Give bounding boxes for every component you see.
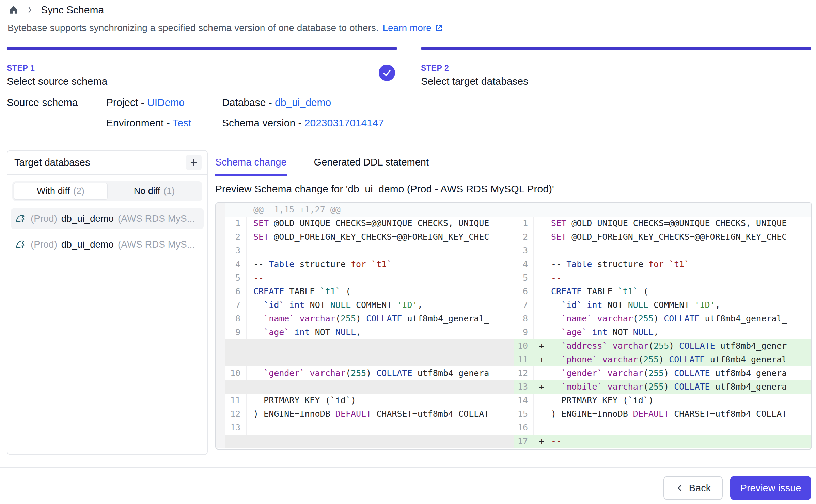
line-number: 6 [225,285,247,298]
code-line: CREATE TABLE `t1` ( [247,285,514,298]
diff-code-row: 3-- [216,244,514,257]
code-token: NULL [330,327,356,337]
source-schema-label: Source schema [7,97,106,108]
diff-marker-column [216,353,225,366]
code-token: ) ENGINE=InnoDB [551,409,633,419]
code-token: ( [341,286,351,296]
code-line: `name` varchar(255) COLLATE utf8mb4_gene… [549,312,811,326]
breadcrumb-chevron-icon [26,6,34,14]
diff-code-row: 8 `name` varchar(255) COLLATE utf8mb4_ge… [216,312,514,326]
environment-link[interactable]: Test [173,117,191,128]
line-number: 2 [514,230,534,244]
code-token: `name` [551,314,592,324]
diff-marker-column [216,312,225,326]
code-line: ) ENGINE=InnoDB DEFAULT CHARSET=utf8mb4 … [549,407,811,421]
diff-sign [534,257,549,271]
preview-title: Preview Schema change for 'db_ui_demo (P… [215,183,554,195]
diff-marker-column [216,244,225,257]
target-databases-header: Target databases + [7,151,207,175]
diff-code-row: 12) ENGINE=InnoDB DEFAULT CHARSET=utf8mb… [216,407,514,421]
code-token: ( [643,382,648,392]
chevron-left-icon [675,484,684,492]
mysql-icon [15,213,27,224]
project-link[interactable]: UIDemo [147,97,185,108]
tab-schema-change[interactable]: Schema change [215,157,287,176]
line-number: 2 [225,230,247,244]
learn-more-link[interactable]: Learn more [383,22,444,33]
diff-marker-column [216,271,225,285]
target-db-item[interactable]: (Prod)db_ui_demo(AWS RDS MyS... [11,208,204,229]
code-line: `phone` varchar(255) COLLATE utf8mb4_gen… [549,353,811,366]
code-token: -- [253,246,264,255]
tab-with-diff[interactable]: With diff (2) [14,183,108,200]
diff-marker-column [216,217,225,230]
line-number: 1 [225,217,247,230]
line-number: 16 [514,421,534,435]
diff-sign [534,271,549,285]
diff-sign [534,394,549,407]
line-number: 5 [514,271,534,285]
code-token: , [715,300,720,310]
target-db-item[interactable]: (Prod)db_ui_demo(AWS RDS MyS... [11,234,204,255]
line-number: 8 [514,312,534,326]
project-label: Project - [106,97,147,108]
diff-code-row: 5-- [216,271,514,285]
database-link[interactable]: db_ui_demo [275,97,331,108]
code-token: CHARSET=utf8mb4 COLLAT [669,409,787,419]
db-instance-info: (AWS RDS MyS... [118,239,200,250]
code-token: `phone` [551,355,597,364]
schema-version-link[interactable]: 20230317014147 [304,117,384,128]
diff-filter-tabs: With diff (2) No diff (1) [12,181,202,201]
stepper: STEP 1 Select source schema STEP 2 Selec… [7,47,811,87]
tab-with-diff-count: (2) [73,186,84,196]
code-line: ) ENGINE=InnoDB DEFAULT CHARSET=utf8mb4 … [247,407,514,421]
diff-code-row: 5-- [514,271,811,285]
code-token: 255 [648,368,664,378]
line-number: 6 [514,285,534,298]
line-number: 12 [225,407,247,421]
code-token: COMMENT [648,300,689,310]
code-line [247,435,514,448]
code-line: SET @OLD_FOREIGN_KEY_CHECKS=@@FOREIGN_KE… [247,230,514,244]
add-database-button[interactable]: + [186,155,202,170]
diff-code-row: 1SET @OLD_UNIQUE_CHECKS=@@UNIQUE_CHECKS,… [514,217,811,230]
code-token: ( [648,341,654,351]
environment-label: Environment - [106,117,173,128]
code-line: SET @OLD_FOREIGN_KEY_CHECKS=@@FOREIGN_KE… [549,230,811,244]
code-token: `id` [253,300,284,310]
code-token: structure [592,259,643,269]
code-token: utf8mb4_gener [715,341,787,351]
code-line: `name` varchar(255) COLLATE utf8mb4_gene… [247,312,514,326]
home-icon[interactable] [8,4,19,15]
check-icon [382,68,392,78]
diff-placeholder-row [216,435,514,448]
diff-marker-column [216,407,225,421]
step-1-title: Select source schema [7,76,397,87]
code-token: PRIMARY KEY (`id`) [551,395,654,405]
code-token: 255 [643,355,659,364]
code-token: utf8mb4_genera [710,368,787,378]
code-token: ) [669,341,674,351]
code-token: varchar [294,314,335,324]
code-token: TABLE [284,286,315,296]
preview-tabs: Schema change Generated DDL statement [215,157,429,176]
tab-generated-ddl[interactable]: Generated DDL statement [314,157,429,176]
code-token: 255 [638,314,654,324]
diff-code-row: 13+ `mobile` varchar(255) COLLATE utf8mb… [514,380,811,394]
line-number: 3 [514,244,534,257]
code-token: TABLE [582,286,612,296]
line-number: 13 [225,421,247,435]
code-line [549,421,811,435]
tab-no-diff[interactable]: No diff (1) [108,183,201,200]
preview-issue-button[interactable]: Preview issue [730,476,811,500]
diff-code-row: 7 `id` int NOT NULL COMMENT 'ID', [514,298,811,312]
code-token: @OLD_UNIQUE_CHECKS=@@UNIQUE_CHECKS, UNIQ… [566,218,787,228]
step-2-label: STEP 2 [421,64,811,73]
code-token: 255 [654,341,669,351]
line-number: 13 [514,380,534,394]
code-token: CHARSET=utf8mb4 COLLAT [371,409,489,419]
diff-header-row [514,203,811,217]
line-number [225,353,247,366]
diff-sign [534,230,549,244]
back-button[interactable]: Back [663,476,723,500]
